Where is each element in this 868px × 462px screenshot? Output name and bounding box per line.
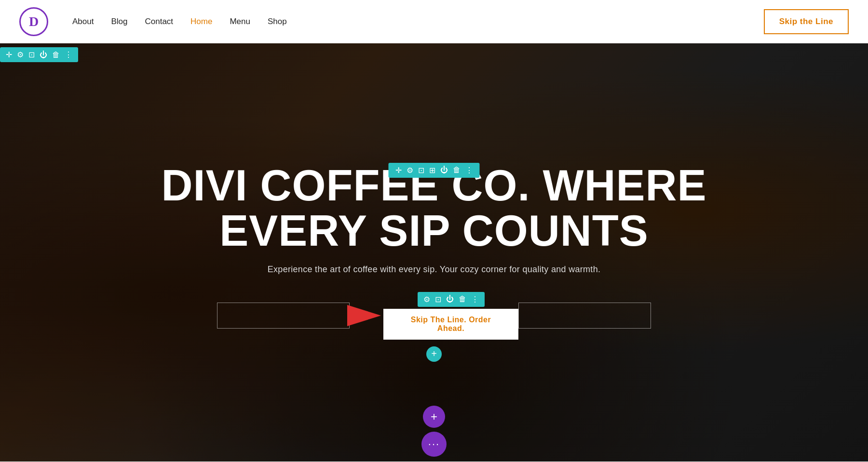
hero-subtitle: Experience the art of coffee with every …	[268, 264, 601, 275]
nav-link-home[interactable]: Home	[190, 17, 212, 26]
red-arrow-icon	[347, 305, 381, 326]
bottom-controls: + ···	[421, 406, 447, 457]
cta-row: ⚙ ⊡ ⏻ 🗑 ⋮ Skip The Line. Order Ahead.	[217, 292, 651, 340]
add-section-button[interactable]: +	[423, 406, 445, 428]
cta-right-placeholder	[518, 303, 651, 329]
nav-item-blog[interactable]: Blog	[111, 17, 127, 26]
more-options-button[interactable]: ···	[421, 432, 447, 457]
hero-title-block: ✛ ⚙ ⊡ ⊞ ⏻ 🗑 ⋮ DIVI COFFEE CO. WHERE EVER…	[161, 163, 706, 254]
delete-icon-btn[interactable]: 🗑	[459, 295, 466, 304]
power-icon-mid[interactable]: ⏻	[440, 166, 448, 174]
nav-link-about[interactable]: About	[72, 17, 94, 26]
more-icon-mid[interactable]: ⋮	[465, 166, 473, 175]
nav-item-about[interactable]: About	[72, 17, 94, 26]
duplicate-icon-btn[interactable]: ⊡	[435, 295, 441, 304]
nav-links: About Blog Contact Home Menu Shop	[72, 17, 287, 26]
more-icon-btn[interactable]: ⋮	[471, 295, 479, 304]
move-icon-mid[interactable]: ✛	[395, 166, 402, 175]
top-section-toolbar[interactable]: ✛ ⚙ ⊡ ⏻ 🗑 ⋮	[0, 47, 78, 62]
nav-item-home[interactable]: Home	[190, 17, 212, 26]
settings-icon[interactable]: ⚙	[17, 50, 24, 59]
dots-icon: ···	[428, 438, 440, 450]
nav-item-shop[interactable]: Shop	[268, 17, 287, 26]
move-icon[interactable]: ✛	[6, 50, 12, 59]
nav-link-contact[interactable]: Contact	[145, 17, 173, 26]
navbar-left: D About Blog Contact Home Menu Shop	[19, 7, 287, 36]
nav-link-menu[interactable]: Menu	[230, 17, 250, 26]
logo[interactable]: D	[19, 7, 48, 36]
more-icon[interactable]: ⋮	[65, 50, 72, 59]
cta-left-placeholder	[217, 303, 350, 329]
plus-icon-small: +	[431, 348, 437, 359]
delete-icon[interactable]: 🗑	[52, 51, 60, 59]
skip-cta-button[interactable]: Skip The Line. Order Ahead.	[383, 309, 518, 340]
nav-link-shop[interactable]: Shop	[268, 17, 287, 26]
nav-item-contact[interactable]: Contact	[145, 17, 173, 26]
settings-icon-mid[interactable]: ⚙	[407, 166, 413, 175]
hero-section: ✛ ⚙ ⊡ ⏻ 🗑 ⋮ ✛ ⚙ ⊡ ⊞ ⏻ 🗑 ⋮ DIVI COFFEE CO…	[0, 43, 868, 462]
cta-button-wrapper: ⚙ ⊡ ⏻ 🗑 ⋮ Skip The Line. Order Ahead.	[383, 292, 518, 340]
skip-the-line-button[interactable]: Skip the Line	[764, 9, 849, 34]
btn-toolbar[interactable]: ⚙ ⊡ ⏻ 🗑 ⋮	[418, 292, 485, 307]
columns-icon[interactable]: ⊞	[429, 166, 435, 175]
nav-link-blog[interactable]: Blog	[111, 17, 127, 26]
plus-icon-large: +	[431, 410, 437, 423]
navbar: D About Blog Contact Home Menu Shop Skip…	[0, 0, 868, 43]
hero-title-line2: EVERY SIP COUNTS	[219, 207, 649, 255]
duplicate-icon-mid[interactable]: ⊡	[418, 166, 424, 175]
logo-letter: D	[29, 14, 39, 29]
power-icon[interactable]: ⏻	[40, 51, 47, 59]
svg-marker-0	[347, 305, 381, 326]
add-element-button[interactable]: +	[426, 346, 442, 362]
mid-section-toolbar[interactable]: ✛ ⚙ ⊡ ⊞ ⏻ 🗑 ⋮	[389, 163, 480, 178]
power-icon-btn[interactable]: ⏻	[446, 295, 454, 304]
delete-icon-mid[interactable]: 🗑	[453, 166, 461, 174]
hero-content: ✛ ⚙ ⊡ ⊞ ⏻ 🗑 ⋮ DIVI COFFEE CO. WHERE EVER…	[0, 43, 868, 462]
duplicate-icon[interactable]: ⊡	[28, 50, 35, 59]
settings-icon-btn[interactable]: ⚙	[423, 295, 430, 304]
nav-item-menu[interactable]: Menu	[230, 17, 250, 26]
